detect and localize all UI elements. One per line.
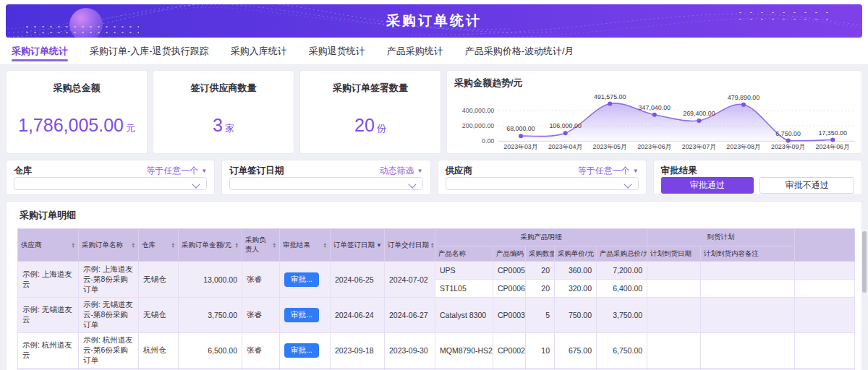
tab-product-purchase-stats[interactable]: 产品采购统计 — [387, 38, 443, 64]
sign-date-cell: 2024-06-25 — [331, 262, 385, 298]
owner-cell: 张睿 — [242, 298, 280, 333]
empty-cell — [795, 262, 855, 280]
caret-down-icon: ▼ — [417, 168, 423, 174]
filter-approval-result: 审批结果 审批通过 审批不通过 — [653, 160, 862, 195]
delivery-date-cell: 2024-07-02 — [385, 262, 435, 298]
filter-label: 订单签订日期 — [229, 165, 284, 177]
col-header-empty — [795, 229, 855, 262]
planned-date-cell — [647, 262, 701, 280]
page-banner: 采购订单统计 — [6, 4, 862, 38]
supplier-cell: 示例: 上海道友云 — [18, 262, 79, 298]
filter-operator-link[interactable]: 等于任意一个 ▼ — [146, 165, 207, 177]
filter-operator-link[interactable]: 等于任意一个 ▼ — [578, 165, 639, 177]
svg-text:2023年09月: 2023年09月 — [771, 143, 805, 150]
col-header-amount[interactable]: 采购订单金额/元▲▼ — [179, 229, 242, 262]
filter-row: 仓库 等于任意一个 ▼ 订单签订日期 动态筛选 ▼ 供应商 等于任意一个 ▼ — [6, 160, 862, 195]
planned-note-cell — [701, 333, 795, 369]
tab-purchase-order-stats[interactable]: 采购订单统计 — [12, 38, 68, 64]
approval-cell: 审批... — [280, 298, 331, 333]
order-detail-card: 采购订单明细 供应商▲▼ 采购订单名称▲▼ 仓库▲▼ 采购订单金额/元▲▼ 采购… — [6, 201, 862, 370]
warehouse-cell: 杭州仓 — [139, 333, 179, 369]
planned-note-cell — [701, 262, 795, 280]
svg-text:347,040.00: 347,040.00 — [639, 104, 671, 111]
planned-date-cell — [647, 333, 701, 369]
warehouse-select[interactable] — [14, 177, 207, 190]
kpi-order-count: 采购订单签署数量 20份 — [299, 70, 441, 154]
qty-cell: 20 — [526, 280, 555, 298]
svg-text:269,400.00: 269,400.00 — [683, 110, 715, 117]
approve-button[interactable]: 审批... — [284, 272, 319, 287]
approval-fail-button[interactable]: 审批不通过 — [760, 177, 854, 194]
kpi-supplier-count: 签订供应商数量 3家 — [153, 70, 294, 154]
svg-text:2023年08月: 2023年08月 — [726, 143, 760, 150]
svg-text:106,000.00: 106,000.00 — [549, 122, 582, 129]
supplier-select[interactable] — [446, 177, 639, 190]
svg-text:6,750.00: 6,750.00 — [775, 130, 801, 137]
empty-cell — [795, 333, 855, 369]
trend-chart-card: 采购金额趋势/元 0.00200,000.00400,000.0068,000.… — [446, 70, 862, 154]
col-header-order-name[interactable]: 采购订单名称▲▼ — [79, 229, 139, 262]
svg-text:2023年04月: 2023年04月 — [548, 143, 582, 150]
kpi-label: 采购订单签署数量 — [333, 82, 408, 95]
unit-price-cell: 750.00 — [555, 298, 597, 333]
svg-text:0.00: 0.00 — [482, 137, 494, 145]
group-header-arrival-plan: 到货计划 — [647, 229, 795, 246]
approval-cell: 审批... — [280, 333, 331, 369]
owner-cell: 张睿 — [242, 333, 280, 369]
svg-text:479,890.00: 479,890.00 — [728, 94, 760, 101]
supplier-cell: 示例: 无锡道友云 — [18, 298, 79, 333]
sort-icon: ▲▼ — [273, 242, 276, 248]
product-name-cell: ST1L05 — [435, 280, 493, 298]
svg-text:2023年07月: 2023年07月 — [682, 143, 716, 150]
tab-inbound-stats[interactable]: 采购入库统计 — [231, 38, 287, 64]
sort-icon: ▲▼ — [132, 242, 135, 248]
filter-label: 审批结果 — [661, 165, 697, 177]
col-header-delivery-date[interactable]: 订单交付日期▲▼ — [385, 229, 435, 262]
product-code-cell: CP0002 — [493, 333, 526, 369]
col-header-warehouse[interactable]: 仓库▲▼ — [139, 229, 179, 262]
tab-price-fluctuation-stats[interactable]: 产品采购价格-波动统计/月 — [465, 38, 574, 64]
chevron-down-icon — [408, 180, 416, 188]
col-header-approval[interactable]: 审批结果▲▼ — [280, 229, 331, 262]
col-header-total-price: 产品采购总价/元 — [597, 246, 647, 262]
approve-button[interactable]: 审批... — [284, 343, 319, 358]
qty-cell: 10 — [526, 333, 555, 369]
sort-icon: ▲▼ — [323, 242, 327, 248]
approval-cell: 审批... — [280, 262, 331, 298]
col-header-unit-price: 采购单价/元 — [555, 246, 597, 262]
approve-button[interactable]: 审批... — [284, 308, 319, 322]
planned-note-cell — [701, 280, 795, 298]
order-name-cell: 示例: 上海道友云-第8份采购订单 — [79, 262, 139, 298]
filter-operator-link[interactable]: 动态筛选 ▼ — [380, 165, 423, 177]
sign-date-cell: 2024-06-24 — [331, 298, 385, 333]
sign-date-select[interactable] — [229, 177, 422, 190]
approval-pass-button[interactable]: 审批通过 — [661, 177, 754, 194]
tab-return-stats[interactable]: 采购退货统计 — [309, 38, 365, 64]
qty-cell: 5 — [526, 298, 555, 333]
planned-date-cell — [647, 298, 701, 333]
svg-text:2023年05月: 2023年05月 — [593, 143, 627, 150]
svg-text:2023年06月: 2023年06月 — [637, 143, 671, 150]
qty-cell: 20 — [526, 262, 555, 280]
amount-cell: 13,000.00 — [179, 262, 242, 298]
col-header-owner[interactable]: 采购负责人▲▼ — [242, 229, 280, 262]
unit-price-cell: 675.00 — [555, 333, 597, 369]
group-header-products: 采购产品明细 — [435, 229, 647, 246]
product-name-cell: Catalyst 8300 — [435, 298, 493, 333]
sort-icon: ▲▼ — [171, 242, 175, 248]
tab-bar: 采购订单统计 采购订单-入库-退货执行跟踪 采购入库统计 采购退货统计 产品采购… — [0, 38, 868, 65]
svg-text:17,350.00: 17,350.00 — [819, 129, 848, 137]
total-price-cell: 3,750.00 — [597, 298, 647, 333]
col-header-sign-date[interactable]: 订单签订日期▼ — [331, 229, 385, 262]
filter-label: 仓库 — [14, 165, 32, 177]
col-header-supplier[interactable]: 供应商▲▼ — [18, 229, 79, 262]
kpi-unit: 份 — [377, 123, 386, 134]
caret-down-icon: ▼ — [633, 168, 639, 174]
svg-text:2023年03月: 2023年03月 — [503, 143, 537, 150]
vertical-scrollbar[interactable] — [862, 231, 867, 293]
total-price-cell: 6,750.00 — [597, 333, 647, 369]
empty-cell — [795, 298, 855, 333]
chart-title: 采购金额趋势/元 — [454, 77, 854, 90]
tab-order-inbound-return-tracking[interactable]: 采购订单-入库-退货执行跟踪 — [90, 38, 209, 64]
product-code-cell: CP0003 — [493, 298, 526, 333]
